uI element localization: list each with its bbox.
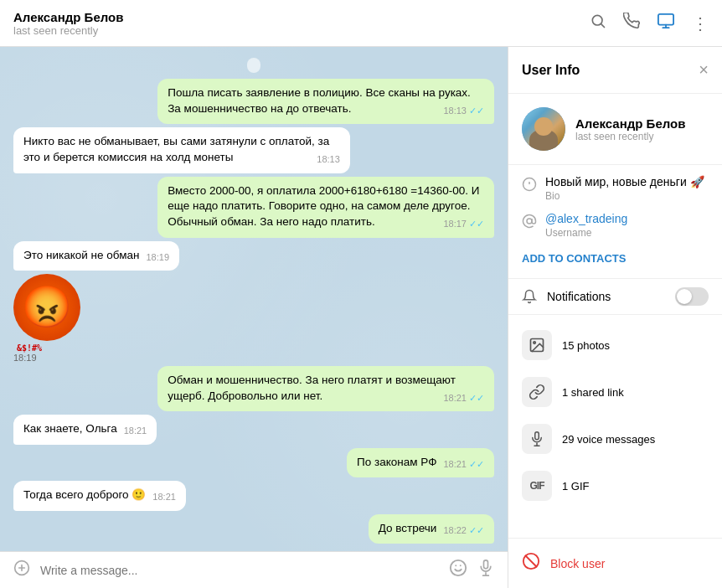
- message-time: 18:21 ✓✓: [443, 392, 484, 405]
- svg-point-8: [451, 560, 466, 575]
- message-text: Это никакой не обман: [23, 249, 139, 261]
- attachment-icon[interactable]: [13, 560, 30, 580]
- svg-point-17: [527, 219, 532, 224]
- microphone-icon[interactable]: [477, 559, 494, 581]
- chat-contact-status: last seen recently: [13, 24, 590, 37]
- username-content: @alex_tradeing Username: [545, 212, 627, 239]
- gif-count: 1 GIF: [562, 480, 590, 493]
- header-info: Александр Белов last seen recently: [13, 10, 590, 37]
- profile-section: Александр Белов last seen recently: [508, 94, 722, 164]
- message-item: По законам РФ 18:21 ✓✓: [13, 448, 494, 477]
- voice-messages-item[interactable]: 29 voice messages: [508, 415, 722, 462]
- message-text: По законам РФ: [357, 456, 436, 468]
- add-to-contacts-button[interactable]: ADD TO CONTACTS: [522, 249, 626, 268]
- message-text: Пошла писать заявление в полицию. Все ск…: [168, 86, 471, 115]
- message-time: 18:21 ✓✓: [443, 458, 484, 471]
- message-item: Вместо 2000-00, я оплатила 2000+6180+618…: [13, 177, 494, 238]
- svg-point-19: [534, 342, 536, 344]
- read-checkmarks: ✓✓: [469, 525, 484, 535]
- message-item: До встречи 18:22 ✓✓: [13, 514, 494, 544]
- message-text: Вместо 2000-00, я оплатила 2000+6180+618…: [168, 184, 479, 229]
- shared-links-item[interactable]: 1 shared link: [508, 369, 722, 415]
- block-icon: [522, 552, 540, 575]
- link-icon: [522, 377, 552, 407]
- photos-count: 15 photos: [562, 339, 610, 352]
- svg-point-0: [592, 15, 602, 25]
- block-user-button[interactable]: Block user: [522, 549, 709, 578]
- svg-rect-2: [658, 14, 673, 25]
- username-icon: [522, 214, 537, 229]
- message-time: 18:19: [146, 251, 169, 264]
- bubble-left: Это никакой не обман 18:19: [13, 241, 179, 271]
- message-input[interactable]: [40, 564, 439, 577]
- search-icon[interactable]: [590, 13, 606, 34]
- photos-item[interactable]: 15 photos: [508, 322, 722, 369]
- media-section: 15 photos 1 shared link 29 voice message…: [508, 315, 722, 516]
- bubble-right: Обман и мошенничество. За него платят и …: [157, 366, 494, 411]
- chat-area: Пошла писать заявление в полицию. Все ск…: [0, 47, 508, 588]
- message-item: Тогда всего доброго 🙂 18:21: [13, 481, 494, 510]
- message-item: Это никакой не обман 18:19: [13, 241, 494, 271]
- gif-item[interactable]: GIF 1 GIF: [508, 462, 722, 509]
- close-panel-button[interactable]: ×: [699, 60, 709, 80]
- svg-rect-11: [484, 560, 488, 569]
- message-text: Никто вас не обманывает, вы сами затянул…: [23, 135, 329, 163]
- username-value[interactable]: @alex_tradeing: [545, 212, 627, 225]
- chat-contact-name: Александр Белов: [13, 10, 590, 24]
- main-content: Пошла писать заявление в полицию. Все ск…: [0, 47, 722, 588]
- svg-rect-20: [535, 432, 539, 440]
- bubble-right: До встречи 18:22 ✓✓: [369, 514, 494, 544]
- notifications-label: Notifications: [547, 290, 665, 303]
- read-checkmarks: ✓✓: [469, 393, 484, 403]
- avatar-image: [522, 107, 565, 151]
- message-time: 18:22 ✓✓: [443, 524, 484, 537]
- message-item: Никто вас не обманывает, вы сами затянул…: [13, 127, 494, 173]
- message-time: 18:13 ✓✓: [443, 105, 484, 117]
- bubble-left: Тогда всего доброго 🙂 18:21: [13, 481, 186, 510]
- links-count: 1 shared link: [562, 386, 624, 399]
- username-label: Username: [545, 227, 627, 239]
- bubble-right: Вместо 2000-00, я оплатила 2000+6180+618…: [157, 177, 494, 238]
- bio-section: Новый мир, новые деньги 🚀 Bio @alex_trad…: [508, 165, 722, 278]
- read-checkmarks: ✓✓: [469, 459, 484, 469]
- bio-label: Bio: [545, 190, 704, 202]
- gif-icon: GIF: [522, 471, 552, 501]
- bubble-right: По законам РФ 18:21 ✓✓: [347, 448, 494, 477]
- message-item: Обман и мошенничество. За него платят и …: [13, 366, 494, 411]
- toggle-knob: [677, 289, 692, 304]
- screen-share-icon[interactable]: [657, 13, 675, 34]
- message-text: Тогда всего доброго 🙂: [23, 488, 146, 501]
- notifications-row: Notifications: [508, 278, 722, 315]
- photos-icon: [522, 330, 552, 360]
- call-icon[interactable]: [623, 13, 640, 34]
- more-menu-icon[interactable]: ⋮: [692, 13, 709, 34]
- block-user-label: Block user: [550, 557, 605, 570]
- username-item: @alex_tradeing Username: [522, 212, 709, 239]
- panel-header: User Info ×: [508, 47, 722, 94]
- message-input-area: [0, 551, 508, 588]
- info-icon: [522, 177, 537, 192]
- message-item: Пошла писать заявление в полицию. Все ск…: [13, 79, 494, 124]
- message-text: До встречи: [379, 522, 437, 534]
- emoji-icon[interactable]: [449, 559, 467, 581]
- bubble-left: Как знаете, Ольга 18:21: [13, 415, 157, 444]
- bio-value: Новый мир, новые деньги 🚀: [545, 175, 704, 188]
- svg-line-24: [526, 556, 537, 567]
- sticker-text: &$!#%: [17, 343, 42, 353]
- bubble-left: Никто вас не обманывает, вы сами затянул…: [13, 127, 350, 173]
- sticker-emoji: 😡: [13, 274, 80, 341]
- svg-line-1: [601, 24, 605, 28]
- profile-info: Александр Белов last seen recently: [575, 116, 685, 142]
- header-actions: ⋮: [590, 13, 709, 34]
- user-info-panel: User Info × Александр Белов last seen re…: [508, 47, 722, 588]
- notifications-icon: [522, 288, 537, 305]
- notifications-toggle[interactable]: [675, 287, 709, 306]
- voice-count: 29 voice messages: [562, 433, 655, 446]
- messages-list: Пошла писать заявление в полицию. Все ск…: [0, 47, 508, 551]
- sticker-message: 😡 &$!#% 18:19: [13, 274, 494, 363]
- message-text: Обман и мошенничество. За него платят и …: [168, 374, 456, 402]
- bubble-right: Пошла писать заявление в полицию. Все ск…: [157, 79, 494, 124]
- read-checkmarks: ✓✓: [469, 219, 484, 229]
- message-item: Как знаете, Ольга 18:21: [13, 415, 494, 444]
- bio-content: Новый мир, новые деньги 🚀 Bio: [545, 175, 704, 202]
